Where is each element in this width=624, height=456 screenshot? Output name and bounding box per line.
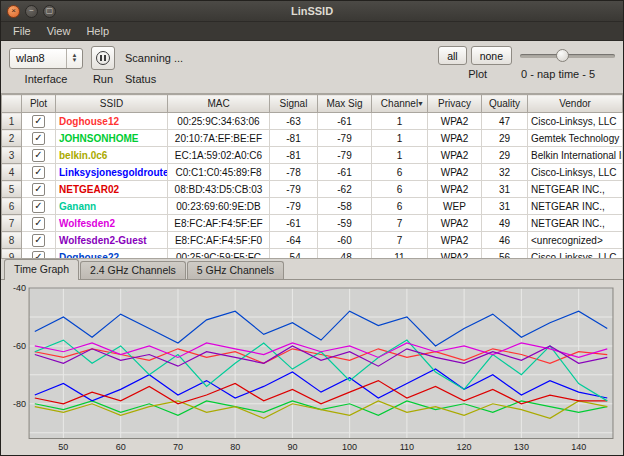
max-sig-cell: -58 — [318, 198, 372, 215]
nap-time-slider[interactable] — [520, 46, 615, 65]
plot-checkbox[interactable]: ✓ — [32, 149, 45, 162]
plot-checkbox[interactable]: ✓ — [32, 251, 45, 260]
channel-cell: 6 — [372, 181, 428, 198]
svg-text:50: 50 — [58, 442, 68, 452]
row-number-cell: 1 — [2, 113, 22, 130]
mac-cell: 00:23:69:60:9E:DB — [168, 198, 270, 215]
plot-cell: ✓ — [22, 130, 56, 147]
privacy-cell: WPA2 — [428, 232, 482, 249]
table-row[interactable]: 2✓JOHNSONHOME20:10:7A:EF:BE:EF-81-791WPA… — [2, 130, 623, 147]
header-plot[interactable]: Plot — [22, 95, 56, 113]
privacy-cell: WPA2 — [428, 147, 482, 164]
interface-value: wlan8 — [10, 49, 66, 68]
signal-cell: -64 — [270, 232, 318, 249]
quality-cell: 29 — [482, 130, 528, 147]
header-channel-label: Channel — [381, 98, 418, 109]
interface-label: Interface — [9, 73, 83, 85]
time-graph-chart: -40-60-805060708090100110120130140 — [5, 284, 619, 455]
titlebar: × − ▢ LinSSID — [1, 1, 623, 22]
svg-text:110: 110 — [400, 442, 414, 452]
sort-desc-icon: ▼ — [417, 100, 424, 107]
quality-cell: 29 — [482, 147, 528, 164]
table-row[interactable]: 9✓Doghouse2200:25:9C:59:F5:FC-54-4811WPA… — [2, 249, 623, 260]
table-row[interactable]: 5✓NETGEAR0208:BD:43:D5:CB:03-79-626WPA23… — [2, 181, 623, 198]
plot-label: Plot — [468, 68, 487, 80]
menu-file[interactable]: File — [5, 24, 39, 38]
ssid-cell: Doghouse12 — [56, 113, 168, 130]
header-privacy[interactable]: Privacy — [428, 95, 482, 113]
header-quality[interactable]: Quality — [482, 95, 528, 113]
row-number-cell: 5 — [2, 181, 22, 198]
svg-text:-60: -60 — [13, 341, 26, 351]
tab-time-graph[interactable]: Time Graph — [4, 259, 79, 280]
plot-checkbox[interactable]: ✓ — [32, 234, 45, 247]
table-row[interactable]: 4✓LinksysjonesgoldrouterC0:C1:C0:45:89:F… — [2, 164, 623, 181]
window-title: LinSSID — [1, 5, 623, 17]
plot-checkbox[interactable]: ✓ — [32, 132, 45, 145]
tab-24ghz-channels[interactable]: 2.4 GHz Channels — [80, 261, 186, 279]
max-sig-cell: -79 — [318, 130, 372, 147]
signal-cell: -81 — [270, 130, 318, 147]
row-number-cell: 4 — [2, 164, 22, 181]
channel-cell: 1 — [372, 130, 428, 147]
ssid-cell: Wolfesden2 — [56, 215, 168, 232]
run-button[interactable] — [91, 46, 115, 70]
plot-checkbox[interactable]: ✓ — [32, 115, 45, 128]
svg-text:130: 130 — [514, 442, 529, 452]
signal-cell: -63 — [270, 113, 318, 130]
row-number-cell: 6 — [2, 198, 22, 215]
quality-cell: 56 — [482, 249, 528, 260]
table-row[interactable]: 7✓Wolfesden2E8:FC:AF:F4:5F:EF-61-597WPA2… — [2, 215, 623, 232]
plot-checkbox[interactable]: ✓ — [32, 200, 45, 213]
privacy-cell: WPA2 — [428, 130, 482, 147]
plot-checkbox[interactable]: ✓ — [32, 166, 45, 179]
header-vendor[interactable]: Vendor — [528, 95, 623, 113]
plot-cell: ✓ — [22, 181, 56, 198]
spin-down-icon[interactable]: ▼ — [72, 58, 78, 63]
plot-none-button[interactable]: none — [471, 46, 512, 65]
svg-text:70: 70 — [173, 442, 183, 452]
plot-checkbox[interactable]: ✓ — [32, 183, 45, 196]
plot-cell: ✓ — [22, 215, 56, 232]
table-row[interactable]: 3✓belkin.0c6EC:1A:59:02:A0:C6-81-791WPA2… — [2, 147, 623, 164]
ap-table: Plot SSID MAC Signal Max Sig Channel▼ Pr… — [1, 93, 623, 259]
menu-view[interactable]: View — [39, 24, 79, 38]
channel-cell: 11 — [372, 249, 428, 260]
slider-handle[interactable] — [556, 49, 569, 62]
nap-time-label: 0 - nap time - 5 — [521, 68, 595, 80]
header-mac[interactable]: MAC — [168, 95, 270, 113]
mac-cell: E8:FC:AF:F4:5F:EF — [168, 215, 270, 232]
status-label: Status — [125, 73, 156, 85]
vendor-cell: Cisco-Linksys, LLC — [528, 164, 623, 181]
mac-cell: EC:1A:59:02:A0:C6 — [168, 147, 270, 164]
ssid-cell: Wolfesden2-Guest — [56, 232, 168, 249]
interface-select[interactable]: wlan8 ▲ ▼ — [9, 48, 83, 69]
header-ssid[interactable]: SSID — [56, 95, 168, 113]
privacy-cell: WPA2 — [428, 113, 482, 130]
table-row[interactable]: 6✓Ganann00:23:69:60:9E:DB-79-586WEP31NET… — [2, 198, 623, 215]
channel-cell: 1 — [372, 147, 428, 164]
vendor-cell: Cisco-Linksys, LLC — [528, 113, 623, 130]
table-row[interactable]: 1✓Doghouse1200:25:9C:34:63:06-63-611WPA2… — [2, 113, 623, 130]
tab-5ghz-channels[interactable]: 5 GHz Channels — [187, 261, 284, 279]
mac-cell: 00:25:9C:34:63:06 — [168, 113, 270, 130]
header-signal[interactable]: Signal — [270, 95, 318, 113]
plot-all-button[interactable]: all — [438, 46, 467, 65]
menu-help[interactable]: Help — [78, 24, 117, 38]
signal-cell: -54 — [270, 249, 318, 260]
signal-cell: -61 — [270, 215, 318, 232]
header-max-sig[interactable]: Max Sig — [318, 95, 372, 113]
vendor-cell: <unrecognized> — [528, 232, 623, 249]
vendor-cell: Gemtek Technology C... — [528, 130, 623, 147]
mac-cell: 00:25:9C:59:F5:FC — [168, 249, 270, 260]
plot-cell: ✓ — [22, 198, 56, 215]
table-row[interactable]: 8✓Wolfesden2-GuestE8:FC:AF:F4:5F:F0-64-6… — [2, 232, 623, 249]
interface-spinner[interactable]: ▲ ▼ — [66, 49, 82, 68]
plot-checkbox[interactable]: ✓ — [32, 217, 45, 230]
plot-cell: ✓ — [22, 232, 56, 249]
table-body: 1✓Doghouse1200:25:9C:34:63:06-63-611WPA2… — [2, 113, 623, 260]
quality-cell: 31 — [482, 198, 528, 215]
signal-cell: -81 — [270, 147, 318, 164]
ssid-cell: Linksysjonesgoldrouter — [56, 164, 168, 181]
header-channel[interactable]: Channel▼ — [372, 95, 428, 113]
